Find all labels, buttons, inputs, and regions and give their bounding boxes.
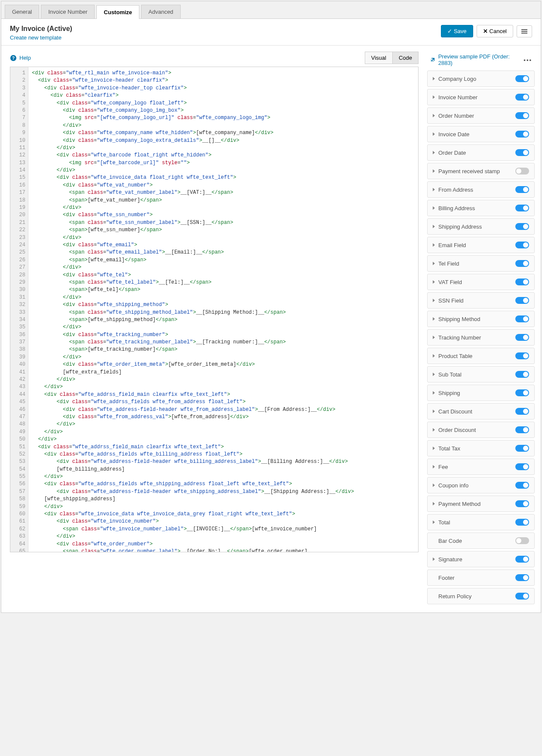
code-line[interactable]: <div class="wfte_company_logo_extra_deta…: [32, 137, 415, 144]
tab-invoice-number[interactable]: Invoice Number: [41, 5, 95, 18]
code-line[interactable]: <span class="wfte_email_label">__[Email:…: [32, 249, 415, 256]
code-line[interactable]: </div>: [32, 354, 415, 361]
code-line[interactable]: <span class="wfte_tracking_number_label"…: [32, 339, 415, 346]
code-line[interactable]: <span class="wfte_tel_label">__[Tel:]__<…: [32, 279, 415, 286]
panel-item[interactable]: Bar Code: [427, 533, 535, 549]
code-line[interactable]: <div class="wfte_addrss_field_main clear…: [32, 444, 415, 451]
code-line[interactable]: <div class="wfte_order_number">: [32, 541, 415, 548]
code-line[interactable]: <span>[wfte_vat_number]</span>: [32, 197, 415, 204]
panel-item[interactable]: VAT Field: [427, 274, 535, 290]
code-line[interactable]: </div>: [32, 324, 415, 331]
tab-advanced[interactable]: Advanced: [141, 5, 181, 18]
panel-item[interactable]: SSN Field: [427, 292, 535, 309]
toggle-switch[interactable]: [515, 389, 529, 396]
code-line[interactable]: <div class="wfte_company_logo float_left…: [32, 100, 415, 107]
code-line[interactable]: <div class="wfte_company_name wfte_hidde…: [32, 129, 415, 137]
code-line[interactable]: [wfte_billing_address]: [32, 466, 415, 473]
code-line[interactable]: <div class="wfte_address-field-header wf…: [32, 406, 415, 413]
panel-item[interactable]: Payment Method: [427, 496, 535, 512]
code-line[interactable]: </div>: [32, 383, 415, 391]
toggle-switch[interactable]: [515, 371, 529, 378]
panel-item[interactable]: Signature: [427, 551, 535, 567]
panel-item[interactable]: Company Logo: [427, 70, 535, 87]
toggle-switch[interactable]: [515, 223, 529, 230]
code-line[interactable]: <div class="wfte_order_item_meta">[wfte_…: [32, 361, 415, 368]
panel-item[interactable]: Order Discount: [427, 422, 535, 438]
toggle-switch[interactable]: [515, 131, 529, 138]
code-line[interactable]: </div>: [32, 167, 415, 174]
code-line[interactable]: </div>: [32, 234, 415, 242]
panel-item[interactable]: Billing Address: [427, 200, 535, 216]
toggle-switch[interactable]: [515, 537, 529, 544]
code-editor[interactable]: 1234567891011121314151617181920212223242…: [10, 67, 419, 552]
toggle-switch[interactable]: [515, 352, 529, 359]
help-link[interactable]: ? Help: [10, 55, 31, 61]
panel-item[interactable]: Order Date: [427, 144, 535, 161]
code-line[interactable]: <div class="wfte_address-field-header wf…: [32, 488, 415, 496]
code-line[interactable]: <div class="wfte_addrss_fields wfte_from…: [32, 398, 415, 406]
code-line[interactable]: </div>: [32, 204, 415, 211]
code-line[interactable]: <div class="wfte_tel">: [32, 272, 415, 279]
code-line[interactable]: </div>: [32, 144, 415, 152]
code-line[interactable]: <div class="wfte_company_logo_img_box">: [32, 107, 415, 114]
panel-item[interactable]: Sub Total: [427, 366, 535, 383]
code-line[interactable]: <img src="[wfte_company_logo_url]" class…: [32, 114, 415, 122]
toggle-switch[interactable]: [515, 75, 529, 82]
code-line[interactable]: <div class="wfte_email">: [32, 242, 415, 249]
panel-item[interactable]: Shipping Address: [427, 218, 535, 235]
panel-item[interactable]: Email Field: [427, 237, 535, 253]
code-line[interactable]: <span>[wfte_email]</span>: [32, 257, 415, 264]
toggle-switch[interactable]: [515, 482, 529, 489]
create-template-link[interactable]: Create new template: [10, 34, 62, 41]
preview-pdf-link[interactable]: Preview sample PDF (Order: 2883): [430, 53, 524, 66]
code-line[interactable]: <div class="wfte_from_address_val">[wfte…: [32, 413, 415, 421]
panel-item[interactable]: Tel Field: [427, 255, 535, 272]
code-line[interactable]: [wfte_extra_fields]: [32, 369, 415, 376]
cancel-button[interactable]: ✕ Cancel: [477, 25, 513, 37]
toggle-switch[interactable]: [515, 315, 529, 322]
code-line[interactable]: <div class="wfte_addrss_fields wfte_bill…: [32, 451, 415, 458]
code-line[interactable]: <span class="wfte_order_number_label">__…: [32, 548, 415, 552]
code-line[interactable]: <span>[wfte_shipping_method]</span>: [32, 316, 415, 324]
code-line[interactable]: </div>: [32, 503, 415, 511]
code-line[interactable]: </div>: [32, 473, 415, 481]
toggle-switch[interactable]: [515, 334, 529, 341]
code-line[interactable]: </div>: [32, 376, 415, 383]
panel-item[interactable]: Invoice Date: [427, 126, 535, 142]
panel-item[interactable]: Coupon info: [427, 477, 535, 493]
panel-item[interactable]: Footer: [427, 569, 535, 586]
panel-item[interactable]: Fee: [427, 459, 535, 475]
panel-item[interactable]: From Address: [427, 181, 535, 198]
toggle-switch[interactable]: [515, 149, 529, 156]
save-button[interactable]: Save: [441, 25, 473, 37]
code-line[interactable]: </div>: [32, 294, 415, 301]
toggle-switch[interactable]: [515, 186, 529, 193]
toggle-switch[interactable]: [515, 94, 529, 101]
code-line[interactable]: <div class="wfte_invoice-header clearfix…: [32, 77, 415, 84]
code-line[interactable]: </div>: [32, 421, 415, 428]
toggle-switch[interactable]: [515, 408, 529, 415]
toggle-switch[interactable]: [515, 297, 529, 304]
panel-item[interactable]: Return Policy: [427, 588, 535, 604]
code-line[interactable]: <div class="wfte_ssn_number">: [32, 211, 415, 219]
panel-item[interactable]: Total Tax: [427, 440, 535, 456]
visual-tab[interactable]: Visual: [365, 52, 392, 64]
code-line[interactable]: <div class="wfte_address-field-header wf…: [32, 458, 415, 465]
code-line[interactable]: <span class="wfte_invoice_number_label">…: [32, 526, 415, 533]
code-line[interactable]: <div class="wfte_invoice_data wfte_invoi…: [32, 511, 415, 518]
code-line[interactable]: [wfte_shipping_address]: [32, 496, 415, 503]
toggle-switch[interactable]: [515, 279, 529, 285]
code-line[interactable]: <div class="wfte_rtl_main wfte_invoice-m…: [32, 70, 415, 77]
toggle-switch[interactable]: [515, 593, 529, 600]
code-line[interactable]: <div class="wfte_addrss_fields wfte_ship…: [32, 481, 415, 488]
toggle-switch[interactable]: [515, 556, 529, 563]
code-line[interactable]: </div>: [32, 436, 415, 443]
code-line[interactable]: <div class="wfte_invoice-header_top clea…: [32, 85, 415, 92]
toggle-switch[interactable]: [515, 445, 529, 452]
code-line[interactable]: <div class="clearfix">: [32, 92, 415, 99]
menu-button[interactable]: [517, 25, 532, 37]
code-line[interactable]: <div class="wfte_invoice_number">: [32, 518, 415, 525]
code-line[interactable]: <span>[wfte_tracking_number]</span>: [32, 346, 415, 353]
panel-item[interactable]: Shipping Method: [427, 311, 535, 327]
code-line[interactable]: <span class="wfte_ssn_number_label">__[S…: [32, 219, 415, 226]
